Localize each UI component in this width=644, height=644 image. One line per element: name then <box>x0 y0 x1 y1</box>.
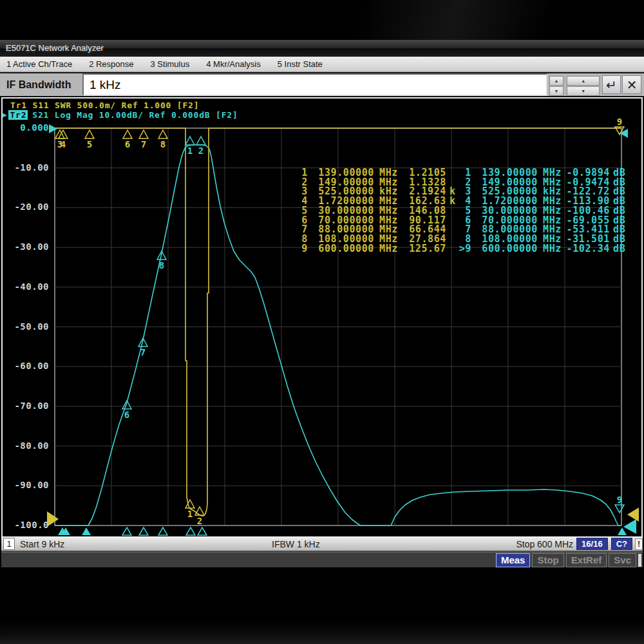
instrument-state-stop[interactable]: Stop <box>532 553 564 567</box>
screen-top-void <box>0 0 644 40</box>
ifbw-status-label: IFBW 1 kHz <box>272 539 320 549</box>
close-icon: ✕ <box>627 78 638 92</box>
tr1-marker-row-9: 9600.00000MHz125.67 <box>291 244 462 254</box>
tr2-marker-row-9: >9600.00000MHz-102.34dB <box>455 244 626 254</box>
sweep-points-badge: 16/16 <box>576 538 608 550</box>
correction-status-badge: C? <box>611 538 632 550</box>
trace1-status-line[interactable]: Tr1 S11 SWR 500.0m/ Ref 1.000 [F2] <box>10 100 199 110</box>
marker-frequency: 600.00000 <box>314 244 374 254</box>
trace1-settings: S11 SWR 500.0m/ Ref 1.000 [F2] <box>33 100 200 110</box>
channel-number-box: 1 <box>3 538 15 550</box>
frequency-unit: MHz <box>543 244 565 254</box>
frequency-unit: MHz <box>379 244 401 254</box>
marker-number: 9 <box>291 244 308 254</box>
clipped-status-item <box>638 554 641 567</box>
coarse-spinner: ▲ ▼ <box>567 75 600 94</box>
marker-table-tr2: 1139.00000MHz-0.9894dB2149.00000MHz-0.94… <box>455 168 626 253</box>
instrument-status-bar: MeasStopExtRefSvc <box>1 552 643 567</box>
y-axis-tick-label: -100.0 <box>9 520 49 530</box>
instrument-state-extref[interactable]: ExtRef <box>566 553 607 567</box>
coarse-spin-up-button[interactable]: ▲ <box>567 76 600 86</box>
trace2-status-line[interactable]: ▶ Tr2 S21 Log Mag 10.00dB/ Ref 0.000dB [… <box>3 110 238 120</box>
coarse-spin-down-button[interactable]: ▼ <box>567 86 600 96</box>
fine-spin-down-button[interactable]: ▼ <box>549 86 564 96</box>
fine-spinner: ▲ ▼ <box>549 75 564 94</box>
instrument-state-svc[interactable]: Svc <box>609 553 636 567</box>
y-axis-tick-label: -60.00 <box>9 361 49 371</box>
window-title: E5071C Network Analyzer <box>6 43 104 53</box>
menu-item-5[interactable]: 5 Instr State <box>278 59 323 69</box>
menu-item-4[interactable]: 4 Mkr/Analysis <box>206 59 261 69</box>
marker-frequency: 600.00000 <box>477 244 538 254</box>
trace2-settings: S21 Log Mag 10.00dB/ Ref 0.000dB [F2] <box>32 110 238 120</box>
alert-indicator: ! <box>635 538 643 550</box>
active-trace-arrow-icon: ▶ <box>3 111 7 119</box>
y-axis-tick-label: -50.00 <box>9 321 49 332</box>
menu-bar: 1 Active Ch/Trace2 Response3 Stimulus4 M… <box>0 57 644 72</box>
y-axis-tick-label: -20.00 <box>9 202 49 212</box>
entry-field-label: IF Bandwidth <box>0 73 82 96</box>
menu-item-1[interactable]: 1 Active Ch/Trace <box>6 59 72 69</box>
fine-spin-up-button[interactable]: ▲ <box>549 76 564 86</box>
y-axis-tick-label: 0.000 <box>9 122 49 133</box>
y-axis-tick-label: -80.00 <box>9 440 49 451</box>
ifbw-value-input[interactable]: 1 kHz <box>82 73 547 96</box>
y-axis-tick-label: -30.00 <box>9 242 49 252</box>
channel-status-bar: 1 Start 9 kHz IFBW 1 kHz Stop 600 MHz 16… <box>1 536 643 552</box>
screen-bottom-void <box>0 567 644 644</box>
stop-frequency-label: Stop 600 MHz <box>516 539 573 549</box>
y-axis-tick-label: -70.00 <box>9 401 49 411</box>
y-axis-tick-label: -40.00 <box>9 281 49 292</box>
y-axis-tick-label: -10.00 <box>9 162 49 173</box>
trace1-label: Tr1 <box>10 100 27 110</box>
entry-toolbar: IF Bandwidth 1 kHz ▲ ▼ ▲ ▼ ↵ ✕ <box>0 72 644 97</box>
enter-button[interactable]: ↵ <box>602 75 621 94</box>
menu-item-3[interactable]: 3 Stimulus <box>151 59 190 69</box>
marker-value: -102.34 <box>565 244 610 254</box>
value-unit: dB <box>613 244 626 254</box>
close-entry-button[interactable]: ✕ <box>622 75 641 94</box>
marker-number: >9 <box>455 244 471 254</box>
enter-icon: ↵ <box>606 78 617 92</box>
start-frequency-label: Start 9 kHz <box>20 539 64 549</box>
measurement-screen <box>1 97 643 536</box>
window-titlebar: E5071C Network Analyzer <box>0 40 644 57</box>
y-axis-tick-label: -90.00 <box>9 480 49 490</box>
trace2-label: Tr2 <box>8 110 28 120</box>
marker-table-tr1: 1139.00000MHz1.21052149.00000MHz1.132835… <box>291 168 462 253</box>
instrument-state-meas[interactable]: Meas <box>496 553 531 567</box>
menu-item-2[interactable]: 2 Response <box>89 59 133 69</box>
marker-value: 125.67 <box>401 244 446 254</box>
